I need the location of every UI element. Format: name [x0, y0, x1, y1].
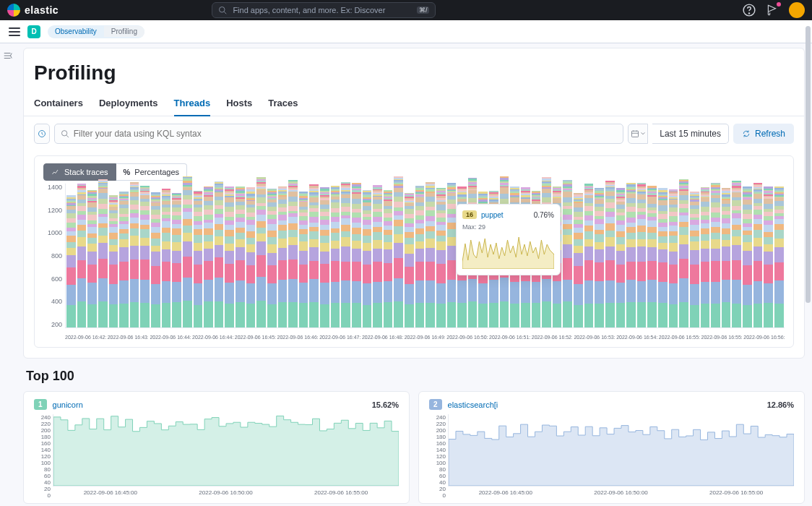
side-collapser[interactable] — [0, 51, 16, 72]
toggle-percentages[interactable]: %Percentages — [116, 163, 188, 181]
help-icon[interactable] — [743, 4, 756, 17]
page-scrollbar[interactable] — [805, 26, 811, 503]
nav-toggle-icon[interactable] — [9, 27, 20, 36]
stacked-bar[interactable] — [66, 195, 76, 327]
tooltip-max: Max: 29 — [462, 223, 554, 231]
stacked-bar[interactable] — [320, 187, 329, 327]
stacked-bar[interactable] — [743, 186, 752, 327]
product-name: elastic — [25, 4, 59, 16]
stacked-bar[interactable] — [119, 192, 129, 327]
small-area-chart[interactable] — [53, 414, 399, 486]
filter-options-button[interactable] — [34, 124, 50, 144]
stacked-bar[interactable] — [637, 183, 647, 327]
stacked-bar[interactable] — [309, 184, 319, 327]
search-icon — [218, 6, 227, 14]
stacked-bar[interactable] — [363, 190, 372, 327]
stacked-bar[interactable] — [236, 186, 245, 327]
percent-icon: % — [124, 168, 131, 176]
stacked-bar[interactable] — [722, 188, 731, 327]
top-100-grid: 1 gunicorn 15.62% 2402202001801601401201… — [23, 391, 805, 506]
toggle-stack-traces[interactable]: Stack traces — [43, 163, 116, 181]
breadcrumb-observability[interactable]: Observability — [48, 26, 104, 37]
stacked-bar-chart[interactable]: 16 puppet 0.76% Max: 29 — [65, 184, 785, 328]
tab-hosts[interactable]: Hosts — [226, 92, 252, 116]
stacked-bar[interactable] — [574, 193, 583, 327]
tab-traces[interactable]: Traces — [268, 92, 298, 116]
stacked-bar[interactable] — [299, 192, 308, 327]
stacked-bar[interactable] — [563, 180, 572, 327]
scrollbar-thumb[interactable] — [805, 26, 811, 303]
stacked-bar[interactable] — [679, 179, 688, 327]
stacked-bar[interactable] — [87, 190, 97, 327]
small-chart-x-axis: 2022-09-06 16:45:002022-09-06 16:50:0020… — [429, 489, 794, 496]
stacked-bar[interactable] — [394, 176, 403, 328]
stacked-bar[interactable] — [584, 184, 594, 327]
tooltip-percent: 0.76% — [534, 211, 554, 219]
stacked-bar[interactable] — [194, 191, 203, 327]
tab-threads[interactable]: Threads — [174, 92, 211, 116]
top-card-percent: 12.86% — [767, 400, 794, 409]
stacked-bar[interactable] — [732, 181, 741, 327]
stacked-bar[interactable] — [701, 187, 710, 327]
top-card[interactable]: 1 gunicorn 15.62% 2402202001801601401201… — [23, 391, 410, 504]
stacked-bar[interactable] — [774, 186, 784, 327]
stacked-bar[interactable] — [447, 183, 457, 327]
stacked-bar[interactable] — [130, 182, 139, 327]
stacked-bar[interactable] — [415, 186, 425, 327]
stacked-bar[interactable] — [183, 176, 192, 327]
stacked-bar[interactable] — [690, 192, 699, 327]
stacked-bar[interactable] — [288, 180, 298, 327]
stacked-bar[interactable] — [373, 185, 382, 327]
stacked-bar[interactable] — [267, 189, 277, 327]
stacked-bar[interactable] — [436, 188, 446, 327]
stacked-bar[interactable] — [246, 187, 256, 327]
stacked-bar[interactable] — [753, 183, 763, 327]
stacked-bar[interactable] — [331, 186, 340, 327]
newsfeed-icon[interactable] — [766, 4, 779, 17]
chart-tooltip: 16 puppet 0.76% Max: 29 — [456, 204, 561, 275]
stacked-bar[interactable] — [647, 186, 657, 327]
stacked-bar[interactable] — [77, 184, 87, 327]
sub-header: D Observability Profiling — [0, 20, 812, 43]
stacked-bar[interactable] — [405, 193, 414, 327]
stacked-bar[interactable] — [278, 186, 288, 327]
stacked-bar[interactable] — [595, 188, 604, 327]
stacked-bar[interactable] — [151, 192, 160, 327]
stacked-bar[interactable] — [225, 186, 234, 327]
stacked-bar[interactable] — [605, 181, 615, 327]
stacked-bar[interactable] — [162, 189, 171, 327]
small-area-chart[interactable] — [448, 414, 794, 486]
stacked-bar[interactable] — [626, 183, 636, 327]
stacked-bar[interactable] — [669, 189, 678, 327]
stacked-bar[interactable] — [256, 177, 266, 327]
stacked-bar[interactable] — [616, 188, 626, 327]
date-range-label[interactable]: Last 15 minutes — [652, 124, 729, 144]
top-card-name[interactable]: gunicorn — [53, 400, 83, 409]
stacked-bar[interactable] — [711, 183, 720, 327]
breadcrumb-profiling[interactable]: Profiling — [104, 26, 144, 37]
stacked-bar[interactable] — [658, 188, 668, 327]
kql-input[interactable] — [74, 129, 618, 139]
top-card[interactable]: 2 elasticsearch[i 12.86% 240220200180160… — [418, 391, 805, 504]
stacked-bar[interactable] — [384, 190, 393, 327]
stacked-bar[interactable] — [352, 183, 361, 327]
stacked-bar[interactable] — [98, 179, 108, 327]
stacked-bar[interactable] — [204, 186, 213, 327]
stacked-bar[interactable] — [109, 195, 118, 327]
tab-deployments[interactable]: Deployments — [99, 92, 158, 116]
top-card-name[interactable]: elasticsearch[i — [448, 400, 498, 409]
stacked-bar[interactable] — [341, 182, 350, 327]
space-badge[interactable]: D — [27, 25, 40, 38]
tab-containers[interactable]: Containers — [34, 92, 83, 116]
date-picker-button[interactable] — [628, 124, 648, 144]
stacked-bar[interactable] — [215, 181, 224, 327]
stacked-bar[interactable] — [140, 186, 150, 327]
refresh-button[interactable]: Refresh — [733, 124, 794, 144]
stacked-bar[interactable] — [764, 186, 773, 327]
kql-input-wrap[interactable] — [54, 124, 623, 144]
stacked-bar[interactable] — [426, 182, 435, 327]
stacked-bar[interactable] — [172, 193, 181, 327]
logo[interactable]: elastic — [7, 4, 59, 17]
global-search-input[interactable]: Find apps, content, and more. Ex: Discov… — [212, 2, 436, 18]
user-avatar[interactable] — [789, 2, 805, 18]
